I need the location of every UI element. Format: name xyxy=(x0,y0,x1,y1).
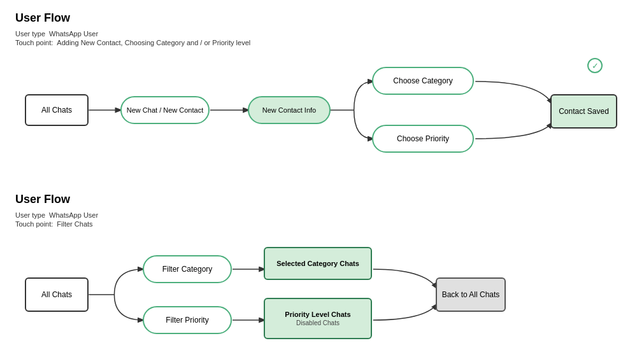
flow2-node-selectedcategorychats: Selected Category Chats xyxy=(264,247,372,280)
flow1-node-contactsaved: Contact Saved xyxy=(550,94,617,129)
flow1-meta-touchpoint: Touch point: Adding New Contact, Choosin… xyxy=(15,39,629,46)
flow2-node-filtercategory: Filter Category xyxy=(143,255,232,283)
flow1-diagram: All Chats New Chat / New Contact New Con… xyxy=(15,53,629,167)
flow2-usertype-label: User type xyxy=(15,211,45,219)
flow1-node-choosepriority: Choose Priority xyxy=(372,125,474,153)
flow2-section: User Flow User type WhatsApp User Touch … xyxy=(15,193,629,355)
flow1-meta-usertype: User type WhatsApp User xyxy=(15,30,629,38)
flow1-node-allchats: All Chats xyxy=(25,94,89,126)
flow2-diagram: All Chats Filter Category Filter Priorit… xyxy=(15,234,629,355)
flow2-title: User Flow xyxy=(15,193,629,206)
flow2-node-filterpriority: Filter Priority xyxy=(143,306,232,334)
flow1-check-icon: ✓ xyxy=(587,58,603,73)
flow2-node-prioritylevelchats: Priority Level Chats Disabled Chats xyxy=(264,298,372,339)
flow1-usertype-value: WhatsApp User xyxy=(49,30,98,38)
flow2-touchpoint-label: Touch point: xyxy=(15,220,53,228)
flow1-node-choosecategory: Choose Category xyxy=(372,67,474,95)
flow1-title: User Flow xyxy=(15,11,629,25)
flow2-meta-touchpoint: Touch point: Filter Chats xyxy=(15,220,629,228)
flow2-node-backtoallchats: Back to All Chats xyxy=(436,277,506,312)
flow2-usertype-value: WhatsApp User xyxy=(49,211,98,219)
flow1-section: User Flow User type WhatsApp User Touch … xyxy=(15,11,629,167)
flow1-touchpoint-value: Adding New Contact, Choosing Category an… xyxy=(57,39,250,46)
flow2-meta-usertype: User type WhatsApp User xyxy=(15,211,629,219)
flow2-node-allchats: All Chats xyxy=(25,277,89,312)
page: User Flow User type WhatsApp User Touch … xyxy=(0,0,644,364)
flow1-node-newchat: New Chat / New Contact xyxy=(120,96,210,124)
flow2-touchpoint-value: Filter Chats xyxy=(57,220,92,228)
flow1-node-newcontactinfo: New Contact Info xyxy=(248,96,331,124)
flow1-usertype-label: User type xyxy=(15,30,45,38)
flow1-touchpoint-label: Touch point: xyxy=(15,39,53,46)
